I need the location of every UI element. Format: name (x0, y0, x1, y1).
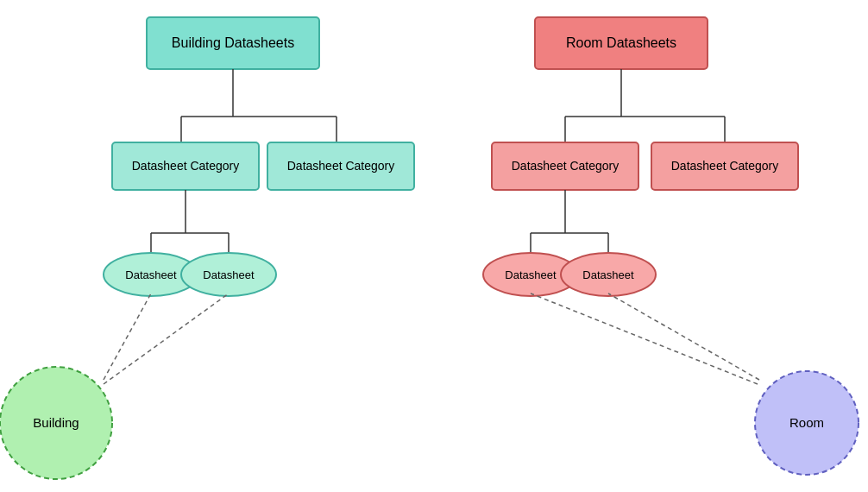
dashed-line-room-right (608, 293, 759, 380)
building-category-left-label: Datasheet Category (132, 159, 240, 173)
room-datasheets-label: Room Datasheets (566, 35, 676, 50)
room-entity-label: Room (789, 415, 824, 430)
building-datasheet-left-label: Datasheet (125, 268, 177, 281)
room-category-left-label: Datasheet Category (512, 159, 620, 173)
building-entity-label: Building (33, 415, 79, 430)
building-datasheets-label: Building Datasheets (172, 35, 294, 50)
diagram: Building Datasheets Room Datasheets Data… (0, 0, 868, 492)
room-datasheet-left-label: Datasheet (505, 268, 557, 281)
dashed-line-building-right (104, 293, 229, 384)
dashed-line-room-left (531, 293, 758, 384)
room-datasheet-right-label: Datasheet (582, 268, 634, 281)
building-category-right-label: Datasheet Category (287, 159, 395, 173)
dashed-line-building-left (104, 293, 151, 380)
building-datasheet-right-label: Datasheet (203, 268, 255, 281)
room-category-right-label: Datasheet Category (671, 159, 779, 173)
